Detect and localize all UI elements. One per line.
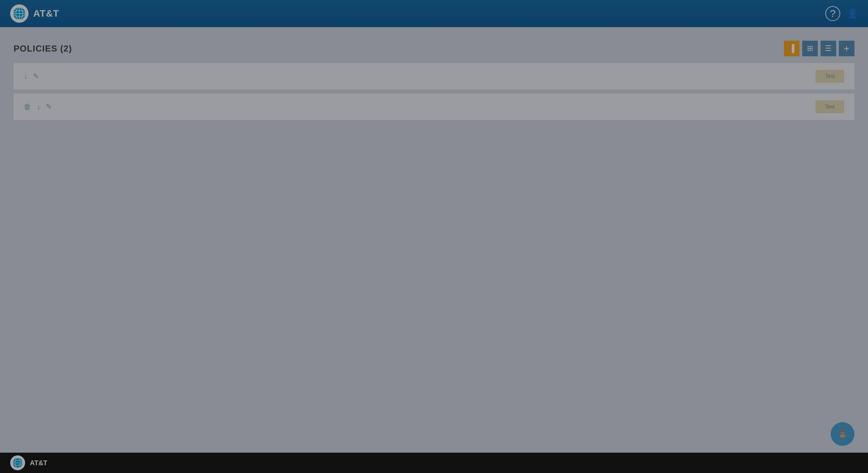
- modal-backdrop: [0, 0, 868, 473]
